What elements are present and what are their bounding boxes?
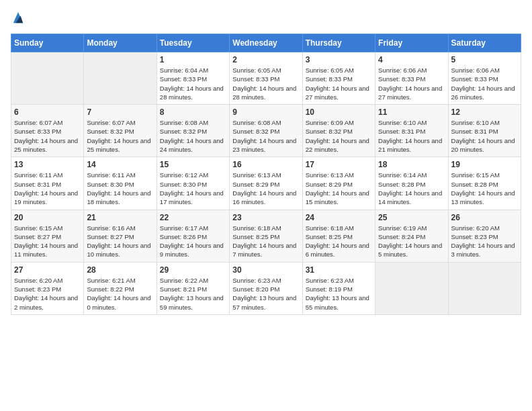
day-number: 31 <box>306 265 372 275</box>
day-number: 15 <box>160 160 226 169</box>
header-saturday: Saturday <box>448 34 521 52</box>
day-info: Sunrise: 6:14 AM Sunset: 8:28 PM Dayligh… <box>378 171 445 206</box>
day-cell: 30Sunrise: 6:23 AM Sunset: 8:20 PM Dayli… <box>230 262 302 314</box>
day-number: 11 <box>378 107 445 117</box>
day-info: Sunrise: 6:05 AM Sunset: 8:33 PM Dayligh… <box>306 66 372 101</box>
day-cell: 22Sunrise: 6:17 AM Sunset: 8:26 PM Dayli… <box>157 210 229 262</box>
day-info: Sunrise: 6:11 AM Sunset: 8:30 PM Dayligh… <box>87 171 153 206</box>
day-number: 3 <box>306 55 372 64</box>
day-number: 23 <box>232 213 299 222</box>
page-header <box>11 11 521 26</box>
logo <box>11 11 27 26</box>
day-number: 12 <box>451 107 518 117</box>
day-info: Sunrise: 6:06 AM Sunset: 8:33 PM Dayligh… <box>451 66 518 101</box>
day-number: 26 <box>451 213 518 222</box>
day-info: Sunrise: 6:07 AM Sunset: 8:33 PM Dayligh… <box>14 118 81 154</box>
day-info: Sunrise: 6:15 AM Sunset: 8:28 PM Dayligh… <box>451 171 518 206</box>
day-cell: 20Sunrise: 6:15 AM Sunset: 8:27 PM Dayli… <box>11 210 84 262</box>
day-info: Sunrise: 6:20 AM Sunset: 8:23 PM Dayligh… <box>14 276 81 312</box>
week-row-5: 27Sunrise: 6:20 AM Sunset: 8:23 PM Dayli… <box>11 262 521 314</box>
header-sunday: Sunday <box>11 34 84 52</box>
day-number: 13 <box>14 160 81 169</box>
header-monday: Monday <box>84 34 157 52</box>
day-number: 8 <box>160 107 226 117</box>
day-number: 9 <box>232 107 299 117</box>
day-cell: 27Sunrise: 6:20 AM Sunset: 8:23 PM Dayli… <box>11 262 84 314</box>
day-cell: 26Sunrise: 6:20 AM Sunset: 8:23 PM Dayli… <box>448 210 521 262</box>
day-cell: 3Sunrise: 6:05 AM Sunset: 8:33 PM Daylig… <box>302 52 375 105</box>
day-cell <box>84 52 157 105</box>
day-cell: 23Sunrise: 6:18 AM Sunset: 8:25 PM Dayli… <box>230 210 302 262</box>
day-info: Sunrise: 6:13 AM Sunset: 8:29 PM Dayligh… <box>232 171 299 206</box>
day-number: 27 <box>14 265 81 275</box>
day-info: Sunrise: 6:16 AM Sunset: 8:27 PM Dayligh… <box>87 224 153 259</box>
day-number: 2 <box>232 55 299 64</box>
day-number: 28 <box>87 265 153 275</box>
day-number: 22 <box>160 213 226 222</box>
day-cell: 10Sunrise: 6:09 AM Sunset: 8:32 PM Dayli… <box>302 105 375 157</box>
day-number: 10 <box>306 107 372 117</box>
calendar-header-row: SundayMondayTuesdayWednesdayThursdayFrid… <box>11 34 521 52</box>
header-thursday: Thursday <box>302 34 375 52</box>
day-cell <box>375 262 448 314</box>
day-cell: 31Sunrise: 6:23 AM Sunset: 8:19 PM Dayli… <box>302 262 375 314</box>
day-info: Sunrise: 6:21 AM Sunset: 8:22 PM Dayligh… <box>87 276 153 312</box>
day-number: 20 <box>14 213 81 222</box>
day-number: 7 <box>87 107 153 117</box>
day-info: Sunrise: 6:08 AM Sunset: 8:32 PM Dayligh… <box>232 118 299 154</box>
day-info: Sunrise: 6:18 AM Sunset: 8:25 PM Dayligh… <box>306 224 372 259</box>
day-cell: 14Sunrise: 6:11 AM Sunset: 8:30 PM Dayli… <box>84 157 157 210</box>
day-info: Sunrise: 6:20 AM Sunset: 8:23 PM Dayligh… <box>451 224 518 259</box>
day-number: 1 <box>160 55 226 64</box>
day-cell: 21Sunrise: 6:16 AM Sunset: 8:27 PM Dayli… <box>84 210 157 262</box>
day-number: 25 <box>378 213 445 222</box>
day-cell: 8Sunrise: 6:08 AM Sunset: 8:32 PM Daylig… <box>157 105 229 157</box>
day-info: Sunrise: 6:04 AM Sunset: 8:33 PM Dayligh… <box>160 66 226 101</box>
day-cell: 5Sunrise: 6:06 AM Sunset: 8:33 PM Daylig… <box>448 52 521 105</box>
day-cell: 25Sunrise: 6:19 AM Sunset: 8:24 PM Dayli… <box>375 210 448 262</box>
header-friday: Friday <box>375 34 448 52</box>
day-info: Sunrise: 6:07 AM Sunset: 8:32 PM Dayligh… <box>87 118 153 154</box>
logo-icon <box>12 11 24 26</box>
day-cell: 28Sunrise: 6:21 AM Sunset: 8:22 PM Dayli… <box>84 262 157 314</box>
day-info: Sunrise: 6:23 AM Sunset: 8:19 PM Dayligh… <box>306 276 372 312</box>
day-info: Sunrise: 6:12 AM Sunset: 8:30 PM Dayligh… <box>160 171 226 206</box>
day-cell: 12Sunrise: 6:10 AM Sunset: 8:31 PM Dayli… <box>448 105 521 157</box>
day-cell: 1Sunrise: 6:04 AM Sunset: 8:33 PM Daylig… <box>157 52 229 105</box>
day-info: Sunrise: 6:08 AM Sunset: 8:32 PM Dayligh… <box>160 118 226 154</box>
day-number: 4 <box>378 55 445 64</box>
day-cell: 13Sunrise: 6:11 AM Sunset: 8:31 PM Dayli… <box>11 157 84 210</box>
day-cell: 19Sunrise: 6:15 AM Sunset: 8:28 PM Dayli… <box>448 157 521 210</box>
day-number: 16 <box>232 160 299 169</box>
header-tuesday: Tuesday <box>157 34 229 52</box>
day-info: Sunrise: 6:23 AM Sunset: 8:20 PM Dayligh… <box>232 276 299 312</box>
day-number: 6 <box>14 107 81 117</box>
day-info: Sunrise: 6:17 AM Sunset: 8:26 PM Dayligh… <box>160 224 226 259</box>
day-number: 14 <box>87 160 153 169</box>
day-number: 5 <box>451 55 518 64</box>
day-cell <box>448 262 521 314</box>
day-number: 29 <box>160 265 226 275</box>
day-info: Sunrise: 6:18 AM Sunset: 8:25 PM Dayligh… <box>232 224 299 259</box>
calendar: SundayMondayTuesdayWednesdayThursdayFrid… <box>11 34 521 315</box>
day-number: 18 <box>378 160 445 169</box>
day-cell: 2Sunrise: 6:05 AM Sunset: 8:33 PM Daylig… <box>230 52 302 105</box>
day-cell: 17Sunrise: 6:13 AM Sunset: 8:29 PM Dayli… <box>302 157 375 210</box>
day-info: Sunrise: 6:22 AM Sunset: 8:21 PM Dayligh… <box>160 276 226 312</box>
day-info: Sunrise: 6:05 AM Sunset: 8:33 PM Dayligh… <box>232 66 299 101</box>
day-info: Sunrise: 6:11 AM Sunset: 8:31 PM Dayligh… <box>14 171 81 206</box>
week-row-1: 1Sunrise: 6:04 AM Sunset: 8:33 PM Daylig… <box>11 52 521 105</box>
week-row-2: 6Sunrise: 6:07 AM Sunset: 8:33 PM Daylig… <box>11 105 521 157</box>
day-cell: 15Sunrise: 6:12 AM Sunset: 8:30 PM Dayli… <box>157 157 229 210</box>
day-cell: 6Sunrise: 6:07 AM Sunset: 8:33 PM Daylig… <box>11 105 84 157</box>
day-cell: 11Sunrise: 6:10 AM Sunset: 8:31 PM Dayli… <box>375 105 448 157</box>
day-number: 17 <box>306 160 372 169</box>
day-cell: 29Sunrise: 6:22 AM Sunset: 8:21 PM Dayli… <box>157 262 229 314</box>
day-number: 24 <box>306 213 372 222</box>
day-info: Sunrise: 6:13 AM Sunset: 8:29 PM Dayligh… <box>306 171 372 206</box>
day-info: Sunrise: 6:09 AM Sunset: 8:32 PM Dayligh… <box>306 118 372 154</box>
day-cell <box>11 52 84 105</box>
day-cell: 9Sunrise: 6:08 AM Sunset: 8:32 PM Daylig… <box>230 105 302 157</box>
day-info: Sunrise: 6:15 AM Sunset: 8:27 PM Dayligh… <box>14 224 81 259</box>
day-cell: 7Sunrise: 6:07 AM Sunset: 8:32 PM Daylig… <box>84 105 157 157</box>
